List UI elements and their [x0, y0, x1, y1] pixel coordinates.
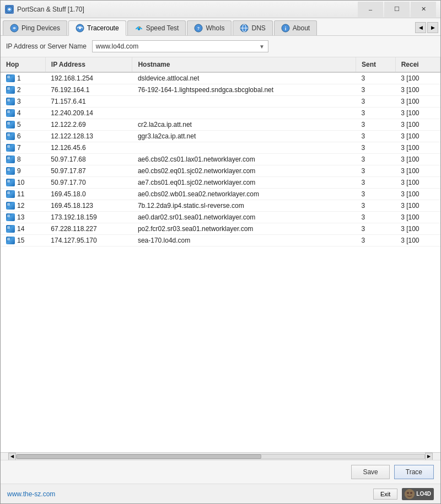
svg-point-5	[138, 28, 140, 30]
cell-received: 3 [100	[395, 212, 440, 223]
cell-ip: 12.126.45.6	[45, 142, 132, 154]
save-button[interactable]: Save	[351, 465, 389, 479]
horizontal-scrollbar[interactable]: ◀ ▶	[1, 452, 440, 460]
hop-number: 3	[17, 98, 21, 105]
hop-number: 1	[17, 74, 21, 82]
scroll-left-arrow[interactable]: ◀	[8, 453, 16, 460]
cell-hostname: ae7.cbs01.eq01.sjc02.networklayer.com	[132, 177, 356, 189]
cell-hostname: ae0.cbs02.eq01.sjc02.networklayer.com	[132, 165, 356, 177]
cell-received: 3 [100	[395, 119, 440, 131]
row-icon	[6, 132, 15, 140]
cell-hop: 9	[1, 165, 45, 177]
cell-ip: 67.228.118.227	[45, 223, 132, 235]
cell-received: 3 [100	[395, 142, 440, 154]
tab-whois[interactable]: ? WhoIs	[187, 20, 232, 35]
table-row: 12169.45.18.1237b.12.2da9.ip4.static.sl-…	[1, 200, 440, 212]
trace-button[interactable]: Trace	[394, 465, 434, 479]
minimize-button[interactable]: –	[358, 2, 383, 17]
dns-icon	[240, 24, 249, 33]
cell-hostname: 76-192-164-1.lightspeed.sndgca.sbcglobal…	[132, 84, 356, 96]
table-row: 1192.168.1.254dsldevice.attlocal.net33 […	[1, 72, 440, 84]
row-icon	[6, 86, 15, 94]
cell-sent: 3	[356, 177, 396, 189]
tab-traceroute[interactable]: Traceroute	[68, 20, 126, 36]
logo-text: LO4D	[416, 491, 431, 497]
tab-ping[interactable]: Ping Devices	[3, 20, 67, 35]
tab-about-label: About	[293, 24, 310, 32]
tab-nav-right[interactable]: ▶	[427, 22, 438, 33]
svg-point-13	[405, 489, 415, 499]
title-controls: – ☐ ✕	[358, 2, 436, 17]
row-icon	[6, 167, 15, 175]
table-row: 612.122.128.13ggr3.la2ca.ip.att.net33 [1…	[1, 131, 440, 142]
traceroute-table-container[interactable]: Hop IP Address Hostname Sent Recei 1192.…	[1, 57, 440, 452]
cell-hostname	[132, 108, 356, 119]
cell-received: 3 [100	[395, 84, 440, 96]
cell-sent: 3	[356, 96, 396, 108]
cell-sent: 3	[356, 142, 396, 154]
cell-hostname: sea-170.lo4d.com	[132, 235, 356, 246]
tab-dns[interactable]: DNS	[233, 20, 272, 35]
cell-hop: 14	[1, 223, 45, 235]
footer-logo: LO4D	[402, 488, 434, 500]
hop-number: 4	[17, 109, 21, 117]
traceroute-icon	[76, 24, 84, 33]
tab-ping-label: Ping Devices	[21, 24, 60, 32]
dropdown-arrow[interactable]: ▼	[259, 44, 265, 50]
cell-ip: 174.127.95.170	[45, 235, 132, 246]
cell-ip: 12.122.2.69	[45, 119, 132, 131]
hop-number: 5	[17, 121, 21, 128]
row-icon	[6, 202, 15, 210]
hop-number: 13	[17, 213, 24, 221]
row-icon	[6, 144, 15, 152]
cell-received: 3 [100	[395, 177, 440, 189]
cell-received: 3 [100	[395, 223, 440, 235]
tab-dns-label: DNS	[251, 24, 265, 32]
col-ip: IP Address	[45, 57, 132, 72]
maximize-button[interactable]: ☐	[384, 2, 410, 17]
exit-button[interactable]: Exit	[373, 489, 397, 500]
scrollbar-track[interactable]	[16, 454, 425, 459]
bottom-bar: Save Trace	[1, 460, 440, 484]
scrollbar-thumb[interactable]	[17, 454, 261, 459]
cell-ip: 173.192.18.159	[45, 212, 132, 223]
svg-text:i: i	[285, 26, 287, 31]
tab-about[interactable]: i About	[274, 20, 317, 35]
cell-hostname: cr2.la2ca.ip.att.net	[132, 119, 356, 131]
tab-nav-left[interactable]: ◀	[415, 22, 426, 33]
scroll-right-arrow[interactable]: ▶	[425, 453, 433, 460]
row-icon	[6, 237, 15, 244]
hop-number: 12	[17, 202, 24, 210]
cell-hop: 3	[1, 96, 45, 108]
svg-point-4	[79, 27, 81, 29]
cell-sent: 3	[356, 223, 396, 235]
cell-sent: 3	[356, 119, 396, 131]
cell-ip: 12.240.209.14	[45, 108, 132, 119]
row-icon	[6, 225, 15, 233]
table-row: 11169.45.18.0ae0.cbs02.wb01.sea02.networ…	[1, 189, 440, 200]
table-row: 412.240.209.1433 [100	[1, 108, 440, 119]
row-icon	[6, 109, 15, 117]
address-input-wrapper[interactable]: www.lo4d.com ▼	[92, 40, 268, 52]
col-sent: Sent	[356, 57, 396, 72]
table-row: 15174.127.95.170sea-170.lo4d.com33 [100	[1, 235, 440, 246]
table-row: 1050.97.17.70ae7.cbs01.eq01.sjc02.networ…	[1, 177, 440, 189]
traceroute-table: Hop IP Address Hostname Sent Recei 1192.…	[1, 57, 440, 246]
cell-sent: 3	[356, 154, 396, 165]
col-hostname: Hostname	[132, 57, 356, 72]
close-button[interactable]: ✕	[411, 2, 436, 17]
footer-link[interactable]: www.the-sz.com	[7, 490, 55, 498]
hop-number: 11	[17, 190, 24, 198]
cell-received: 3 [100	[395, 154, 440, 165]
cell-hop: 4	[1, 108, 45, 119]
cell-ip: 12.122.128.13	[45, 131, 132, 142]
hop-number: 6	[17, 132, 21, 140]
table-row: 276.192.164.176-192-164-1.lightspeed.snd…	[1, 84, 440, 96]
tab-speedtest[interactable]: Speed Test	[127, 20, 186, 35]
ping-icon	[10, 24, 19, 33]
cell-hostname: ae6.cbs02.cs01.lax01.networklayer.com	[132, 154, 356, 165]
cell-hop: 2	[1, 84, 45, 96]
table-row: 1467.228.118.227po2.fcr02.sr03.sea01.net…	[1, 223, 440, 235]
speed-icon	[135, 24, 143, 33]
col-received: Recei	[395, 57, 440, 72]
